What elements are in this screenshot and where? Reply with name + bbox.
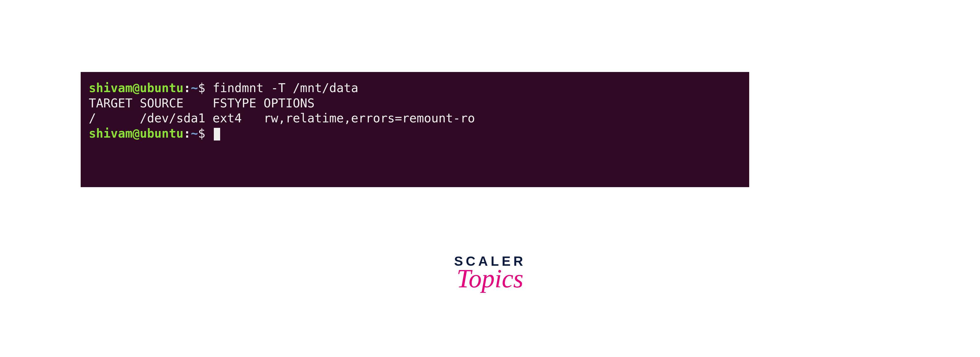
prompt-path: ~	[191, 81, 198, 95]
output-header: TARGET SOURCE FSTYPE OPTIONS	[89, 96, 315, 110]
prompt-host: ubuntu	[140, 126, 183, 141]
prompt-user: shivam	[89, 81, 132, 95]
prompt-dollar: $	[198, 81, 213, 95]
prompt-dollar: $	[198, 126, 213, 141]
prompt-colon: :	[183, 126, 191, 141]
prompt-at: @	[132, 126, 140, 141]
terminal-window[interactable]: shivam@ubuntu:~$ findmnt -T /mnt/data TA…	[81, 72, 749, 187]
logo-line-2: Topics	[454, 264, 526, 294]
scaler-topics-logo: SCALER Topics	[454, 253, 526, 294]
prompt-path: ~	[191, 126, 198, 141]
prompt-at: @	[132, 81, 140, 95]
cursor-block-icon	[214, 128, 220, 141]
prompt-host: ubuntu	[140, 81, 183, 95]
prompt-user: shivam	[89, 126, 132, 141]
output-row: / /dev/sda1 ext4 rw,relatime,errors=remo…	[89, 111, 475, 125]
prompt-colon: :	[183, 81, 191, 95]
command-text: findmnt -T /mnt/data	[213, 81, 358, 95]
